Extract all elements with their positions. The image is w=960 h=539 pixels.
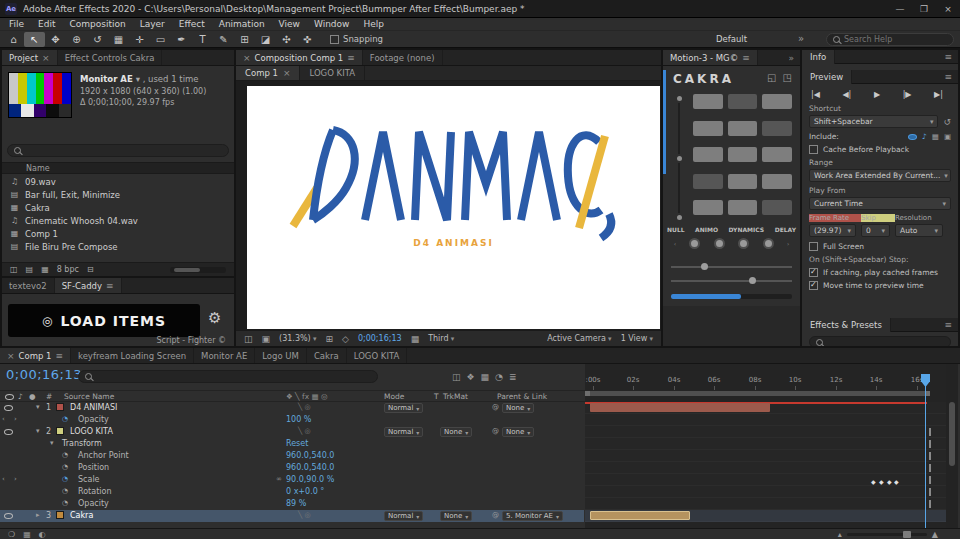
- playhead-line[interactable]: [925, 374, 926, 528]
- property-name[interactable]: Rotation: [78, 487, 111, 496]
- shortcut-dropdown[interactable]: Shift+Spacebar: [809, 115, 938, 128]
- resolution-dropdown[interactable]: Auto: [895, 224, 943, 237]
- layer-switches-icons[interactable]: ╲ ◎: [298, 511, 311, 519]
- layer-name[interactable]: LOGO KITA: [70, 427, 113, 436]
- list-item[interactable]: ♫Cinematic Whoosh 04.wav: [2, 214, 234, 227]
- property-name[interactable]: Anchor Point: [78, 451, 129, 460]
- zoom-tool-icon[interactable]: ⊕: [66, 32, 87, 47]
- close-icon[interactable]: ×: [42, 53, 50, 63]
- keyframe-icon[interactable]: ◆: [894, 478, 899, 485]
- home-tool-icon[interactable]: ⌂: [3, 32, 24, 47]
- stopwatch-icon[interactable]: ◔: [62, 487, 68, 495]
- layer-color-chip[interactable]: [56, 427, 64, 435]
- property-name[interactable]: Scale: [78, 475, 100, 484]
- motion-horizontal-scrollbar[interactable]: [671, 294, 792, 299]
- close-icon[interactable]: ×: [283, 68, 291, 78]
- tab-sf-caddy[interactable]: SF-Caddy ≡: [55, 278, 122, 293]
- delay-button[interactable]: DELAY: [775, 226, 796, 233]
- close-icon[interactable]: ×: [243, 53, 251, 63]
- timeline-view-options-icons[interactable]: ◫❖▦◔≣: [452, 372, 522, 382]
- effects-presets-panel-tab[interactable]: Effects & Presets ≡: [802, 318, 958, 332]
- twirl-icon[interactable]: ▾: [36, 403, 40, 411]
- trkmat-column[interactable]: TrkMat: [443, 392, 468, 401]
- last-frame-button[interactable]: ▶|: [934, 90, 943, 99]
- reset-icon[interactable]: ↺: [943, 117, 951, 127]
- brush-tool-icon[interactable]: ✎: [213, 32, 234, 47]
- effects-search-input[interactable]: [828, 335, 938, 347]
- stopwatch-icon[interactable]: ◔: [62, 451, 68, 459]
- play-from-dropdown[interactable]: Current Time: [809, 197, 951, 210]
- panel-menu-icon[interactable]: ≡: [347, 53, 355, 63]
- menu-view[interactable]: View: [272, 19, 307, 29]
- property-group-row[interactable]: ▾ Transform Reset: [0, 438, 584, 450]
- list-item[interactable]: ▦Comp 1: [2, 227, 234, 240]
- playhead-handle[interactable]: [921, 374, 930, 387]
- motion-preset-buttons[interactable]: [693, 94, 792, 222]
- layer-switches-icons[interactable]: ╲ ◎: [298, 403, 311, 411]
- layer-row[interactable]: ▾ 2 LOGO KITA ╲ ◎ Normal None @ None: [0, 426, 584, 438]
- parent-dropdown[interactable]: None: [502, 427, 534, 437]
- menu-edit[interactable]: Edit: [31, 19, 62, 29]
- puppet-pin-tool-icon[interactable]: ✜: [297, 32, 318, 47]
- zoom-out-icon[interactable]: ▴: [838, 530, 842, 539]
- property-name[interactable]: Position: [78, 463, 109, 472]
- panel-menu-icon[interactable]: ≡: [106, 281, 114, 291]
- view-layout-dropdown[interactable]: 1 View: [621, 334, 653, 343]
- pickwhip-icon[interactable]: @: [492, 403, 499, 411]
- clone-stamp-tool-icon[interactable]: ⊞: [234, 32, 255, 47]
- pen-tool-icon[interactable]: ✒: [171, 32, 192, 47]
- menu-file[interactable]: File: [2, 19, 31, 29]
- stopwatch-icon[interactable]: ◔: [62, 415, 68, 423]
- popout-icon[interactable]: ◳: [783, 72, 792, 83]
- gear-icon[interactable]: ⚙: [208, 309, 221, 327]
- stopwatch-icon[interactable]: ◔: [62, 475, 68, 483]
- previous-frame-button[interactable]: ◀|: [842, 90, 851, 99]
- play-button[interactable]: ▶: [874, 90, 880, 99]
- menu-layer[interactable]: Layer: [133, 19, 172, 29]
- link-dimensions-icon[interactable]: ∞: [276, 475, 282, 483]
- parent-link-column[interactable]: Parent & Link: [497, 392, 547, 401]
- zoom-in-icon[interactable]: ▲: [932, 530, 938, 539]
- roto-brush-tool-icon[interactable]: ✣: [276, 32, 297, 47]
- project-bit-depth[interactable]: 8 bpc: [57, 265, 79, 274]
- project-search-input[interactable]: [26, 143, 206, 158]
- panel-menu-icon[interactable]: ≡: [938, 52, 958, 62]
- include-audio-icon[interactable]: ♪: [922, 132, 927, 141]
- next-keyframe-icon[interactable]: ›: [14, 475, 17, 483]
- source-name-column[interactable]: Source Name: [64, 392, 114, 401]
- next-keyframe-icon[interactable]: ›: [14, 415, 17, 423]
- track-area[interactable]: :00s 02s 04s 06s 08s 10s 12s 14s 16s ◆ ◆…: [585, 364, 946, 528]
- parent-dropdown[interactable]: None: [502, 403, 534, 413]
- eye-icon[interactable]: [4, 429, 13, 435]
- layer-color-chip[interactable]: [56, 403, 64, 411]
- property-name[interactable]: Opacity: [78, 415, 109, 424]
- frame-rate-dropdown[interactable]: (29.97): [809, 224, 856, 237]
- motion-slider[interactable]: [671, 266, 792, 268]
- layer-row[interactable]: ▾ 1 D4 ANIMASI ╲ ◎ Normal @ None: [0, 402, 584, 414]
- menu-animation[interactable]: Animation: [212, 19, 272, 29]
- knob-left-icon[interactable]: ‹: [674, 240, 676, 247]
- property-name[interactable]: Opacity: [78, 499, 109, 508]
- list-item[interactable]: ▤File Biru Pre Compose: [2, 240, 234, 253]
- new-folder-icon[interactable]: ▤: [26, 265, 34, 274]
- menu-window[interactable]: Window: [307, 19, 357, 29]
- pickwhip-icon[interactable]: @: [492, 511, 499, 519]
- minimize-button[interactable]: —: [888, 0, 912, 18]
- mode-column[interactable]: Mode: [384, 392, 404, 401]
- timeline-search-input[interactable]: [97, 369, 367, 384]
- orbit-tool-icon[interactable]: ↺: [87, 32, 108, 47]
- help-search-input[interactable]: [844, 35, 944, 44]
- layer-name[interactable]: D4 ANIMASI: [70, 403, 117, 412]
- menu-composition[interactable]: Composition: [63, 19, 133, 29]
- property-row[interactable]: ‹ › ◔ Opacity 100 %: [0, 414, 584, 426]
- cache-before-playback-checkbox[interactable]: [809, 145, 818, 154]
- property-row[interactable]: ‹ › ◔ Scale ∞ 90.0,90.0 %: [0, 474, 584, 486]
- comp-tab-comp1[interactable]: Comp 1 ×: [236, 66, 300, 80]
- group-reset[interactable]: Reset: [286, 439, 308, 448]
- include-video-icon[interactable]: [908, 134, 917, 140]
- prev-keyframe-icon[interactable]: ‹: [2, 475, 5, 483]
- shape-tool-icon[interactable]: ▭: [150, 32, 171, 47]
- property-row[interactable]: ◔ Opacity 89 %: [0, 498, 584, 510]
- current-time-display[interactable]: 0;00;16;13: [358, 334, 402, 343]
- timeline-vertical-scrollbar[interactable]: [946, 364, 958, 528]
